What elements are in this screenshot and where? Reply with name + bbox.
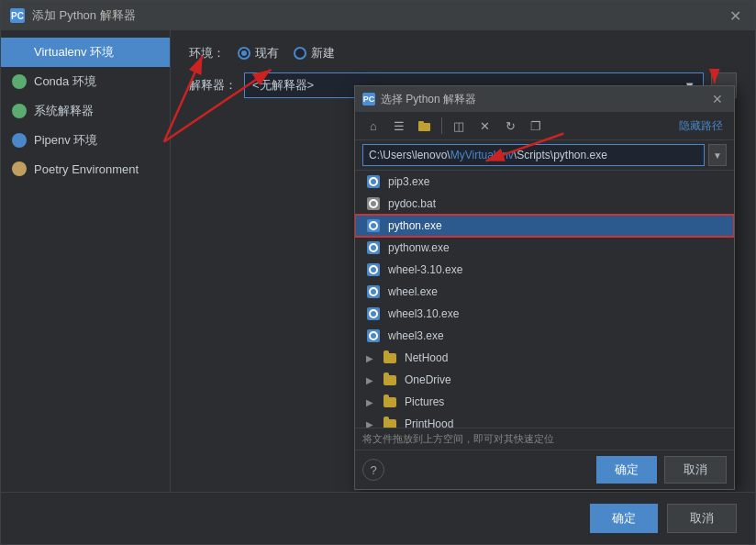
interp-label: 解释器： (189, 77, 237, 94)
path-bar: C:\Users\lenovo\MyVirtualenv\Scripts\pyt… (355, 140, 734, 171)
sidebar-item-conda[interactable]: Conda 环境 (1, 67, 170, 96)
toolbar-refresh-button[interactable]: ↻ (499, 116, 521, 136)
inner-confirm-button[interactable]: 确定 (596, 456, 657, 484)
folder-onedrive-icon (383, 373, 397, 387)
inner-close-button[interactable]: ✕ (708, 90, 727, 108)
wheel310b-exe-icon (366, 306, 381, 321)
virtualenv-icon (12, 45, 27, 60)
sidebar-item-poetry[interactable]: Poetry Environment (1, 155, 170, 183)
wheel-exe-icon (366, 284, 381, 299)
radio-group: 现有 新建 (238, 45, 335, 61)
poetry-icon (12, 161, 27, 176)
system-icon (12, 104, 27, 118)
radio-existing[interactable]: 现有 (238, 45, 279, 61)
file-item-pythonw[interactable]: pythonw.exe (355, 237, 734, 259)
outer-cancel-button[interactable]: 取消 (667, 504, 737, 533)
main-content: Virtualenv 环境 Conda 环境 系统解释器 Pipenv 环境 P… (1, 30, 755, 492)
file-item-pictures[interactable]: ▶ Pictures (355, 391, 734, 413)
toolbar-sep-1 (441, 117, 442, 134)
outer-ok-button[interactable]: 确定 (590, 504, 658, 533)
outer-title-bar: PC 添加 Python 解释器 ✕ (1, 1, 755, 30)
file-item-pip3[interactable]: pip3.exe (355, 171, 734, 193)
inner-title-text: 选择 Python 解释器 (381, 92, 703, 107)
folder-nethood-icon (383, 350, 397, 365)
inner-cancel-button[interactable]: 取消 (664, 456, 727, 484)
exe-icon (366, 174, 381, 189)
sidebar-label-conda: Conda 环境 (34, 73, 96, 90)
sidebar-item-pipenv[interactable]: Pipenv 环境 (1, 126, 170, 155)
pythonw-exe-icon (366, 240, 381, 255)
file-toolbar: ⌂ ☰ ◫ ✕ ↻ ❐ 隐藏路径 (355, 112, 734, 140)
file-item-wheel[interactable]: wheel.exe (355, 281, 734, 303)
sidebar: Virtualenv 环境 Conda 环境 系统解释器 Pipenv 环境 P… (1, 30, 171, 492)
conda-icon (12, 74, 27, 89)
toolbar-bookmark-button[interactable]: ◫ (448, 116, 470, 136)
radio-new-circle (294, 47, 306, 60)
radio-existing-circle (238, 47, 250, 60)
outer-dialog: PC 添加 Python 解释器 ✕ Virtualenv 环境 Conda 环… (0, 0, 756, 545)
file-item-nethood[interactable]: ▶ NetHood (355, 347, 734, 369)
sidebar-item-system[interactable]: 系统解释器 (1, 96, 170, 126)
outer-title-text: 添加 Python 解释器 (32, 7, 724, 24)
path-dropdown-button[interactable]: ▼ (708, 144, 727, 166)
python-exe-icon (366, 218, 381, 233)
folder-pictures-icon (383, 395, 397, 409)
sidebar-item-virtualenv[interactable]: Virtualenv 环境 (1, 38, 170, 67)
file-item-wheel310[interactable]: wheel-3.10.exe (355, 259, 734, 281)
inner-status-bar: 将文件拖放到上方空间，即可对其快速定位 (355, 428, 734, 450)
chevron-pictures-icon: ▶ (366, 397, 373, 407)
svg-rect-1 (418, 121, 424, 124)
sidebar-label-pipenv: Pipenv 环境 (34, 132, 97, 149)
inner-title-icon: PC (362, 93, 375, 106)
wheel3-exe-icon (366, 328, 381, 343)
wheel310-exe-icon (366, 262, 381, 277)
env-row: 环境： 现有 新建 (189, 45, 737, 61)
sidebar-label-poetry: Poetry Environment (34, 162, 139, 176)
toolbar-copy-button[interactable]: ❐ (525, 116, 547, 136)
toolbar-home-button[interactable]: ⌂ (362, 116, 384, 136)
bat-icon (366, 196, 381, 211)
inner-title-bar: PC 选择 Python 解释器 ✕ (355, 86, 734, 112)
sidebar-label-system: 系统解释器 (34, 103, 94, 119)
chevron-nethood-icon: ▶ (366, 353, 373, 363)
sidebar-label-virtualenv: Virtualenv 环境 (34, 44, 114, 61)
folder-printhood-icon (383, 417, 397, 428)
file-item-printhood[interactable]: ▶ PrintHood (355, 413, 734, 428)
toolbar-folder-button[interactable] (414, 116, 436, 136)
hide-path-button[interactable]: 隐藏路径 (675, 117, 727, 136)
right-panel: 环境： 现有 新建 解释器： <无解释器> ▼ (171, 30, 755, 492)
help-button[interactable]: ? (362, 459, 384, 481)
outer-close-button[interactable]: ✕ (724, 5, 746, 27)
chevron-onedrive-icon: ▶ (366, 375, 373, 385)
toolbar-delete-button[interactable]: ✕ (473, 116, 495, 136)
file-item-wheel310b[interactable]: wheel3.10.exe (355, 303, 734, 325)
pipenv-icon (12, 133, 27, 148)
env-label: 环境： (189, 45, 225, 61)
inner-dialog-footer: ? 确定 取消 (355, 450, 734, 489)
file-list: pip3.exe pydoc.bat python.exe pythonw.ex… (355, 171, 734, 428)
path-input[interactable]: C:\Users\lenovo\MyVirtualenv\Scripts\pyt… (362, 144, 705, 166)
inner-dialog: PC 选择 Python 解释器 ✕ ⌂ ☰ (354, 85, 735, 490)
outer-footer: 确定 取消 (1, 492, 755, 544)
file-item-python[interactable]: python.exe (355, 215, 734, 237)
radio-new[interactable]: 新建 (294, 45, 335, 61)
chevron-printhood-icon: ▶ (366, 419, 373, 428)
file-item-onedrive[interactable]: ▶ OneDrive (355, 369, 734, 391)
file-item-wheel3[interactable]: wheel3.exe (355, 325, 734, 347)
outer-title-icon: PC (10, 8, 25, 23)
file-item-pydoc[interactable]: pydoc.bat (355, 193, 734, 215)
svg-rect-0 (418, 123, 430, 131)
toolbar-list-button[interactable]: ☰ (388, 116, 410, 136)
